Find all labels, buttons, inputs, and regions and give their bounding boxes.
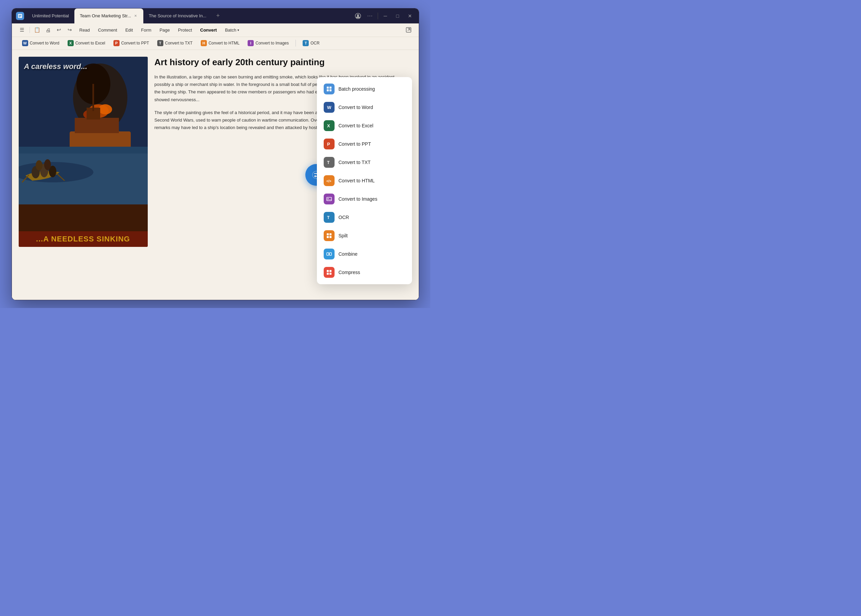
ppt-icon: P: [113, 40, 119, 46]
menu-protect[interactable]: Protect: [174, 26, 195, 34]
convert-to-word-toolbar-btn[interactable]: W Convert to Word: [19, 39, 63, 47]
dropdown-images-icon: [324, 193, 335, 204]
convert-to-excel-toolbar-btn[interactable]: X Convert to Excel: [64, 39, 109, 47]
dropdown-batch-label: Batch processing: [339, 86, 375, 92]
dropdown-combine-label: Combine: [339, 251, 358, 257]
poster-bottom-text: ...A NEEDLESS SINKING: [24, 235, 142, 244]
dropdown-images-label: Convert to Images: [339, 196, 377, 202]
svg-rect-43: [330, 236, 332, 238]
svg-text:T: T: [327, 215, 330, 220]
svg-rect-31: [330, 89, 332, 91]
svg-rect-48: [327, 273, 329, 275]
dropdown-batch-processing[interactable]: Batch processing: [317, 80, 412, 98]
ocr-icon: T: [303, 40, 309, 46]
dropdown-txt-label: Convert to TXT: [339, 160, 371, 165]
menu-read[interactable]: Read: [76, 26, 93, 34]
menu-comment[interactable]: Comment: [95, 26, 121, 34]
menu-edit[interactable]: Edit: [122, 26, 136, 34]
html-icon: H: [201, 40, 207, 46]
svg-rect-46: [327, 270, 329, 272]
dropdown-compress-label: Compress: [339, 270, 360, 275]
convert-to-images-toolbar-btn[interactable]: I Convert to Images: [244, 39, 292, 47]
svg-rect-42: [327, 236, 329, 238]
svg-rect-28: [327, 86, 329, 89]
dropdown-excel-label: Convert to Excel: [339, 123, 374, 128]
menu-divider-1: [30, 27, 30, 33]
maximize-button[interactable]: □: [393, 11, 402, 21]
tab-close-button[interactable]: ✕: [133, 14, 138, 18]
close-button[interactable]: ✕: [405, 11, 415, 21]
divider: [378, 13, 378, 19]
svg-rect-3: [19, 17, 20, 17]
dropdown-combine[interactable]: Combine: [317, 245, 412, 263]
tab-unlimited[interactable]: Unlimited Potential: [27, 8, 74, 24]
dropdown-convert-word[interactable]: W Convert to Word: [317, 98, 412, 116]
dropdown-convert-excel[interactable]: X Convert to Excel: [317, 116, 412, 135]
dropdown-menu: Batch processing W Convert to Word X Con…: [317, 77, 412, 284]
svg-point-5: [357, 14, 359, 16]
window-controls: ··· ─ □ ✕: [353, 11, 415, 21]
menu-convert[interactable]: Convert: [196, 26, 220, 34]
dropdown-html-label: Convert to HTML: [339, 178, 375, 183]
convert-to-ppt-toolbar-btn[interactable]: P Convert to PPT: [110, 39, 152, 47]
word-icon: W: [22, 40, 28, 46]
svg-rect-2: [19, 16, 21, 16]
tab-teamone[interactable]: Team One Marketing Str... ✕: [74, 8, 143, 24]
more-options-button[interactable]: ···: [366, 11, 375, 21]
svg-rect-1: [19, 15, 21, 16]
txt-icon: T: [157, 40, 163, 46]
convert-to-txt-toolbar-btn[interactable]: T Convert to TXT: [154, 39, 196, 47]
profile-button[interactable]: [353, 11, 363, 21]
hamburger-icon[interactable]: ☰: [17, 25, 27, 35]
dropdown-convert-images[interactable]: Convert to Images: [317, 190, 412, 208]
print-icon[interactable]: 🖨: [44, 25, 53, 35]
dropdown-txt-icon: T: [324, 157, 335, 168]
dropdown-split-label: Spilt: [339, 233, 348, 238]
excel-icon: X: [68, 40, 74, 46]
app-window: Unlimited Potential Team One Marketing S…: [11, 8, 419, 300]
tab-bar: Unlimited Potential Team One Marketing S…: [27, 8, 353, 24]
dropdown-compress-icon: [324, 267, 335, 278]
tab-source[interactable]: The Source of Innovative In...: [143, 8, 212, 24]
dropdown-convert-ppt[interactable]: P Convert to PPT: [317, 135, 412, 153]
dropdown-combine-icon: [324, 248, 335, 259]
poster-bottom-section: ...A NEEDLESS SINKING: [24, 231, 142, 242]
menu-page[interactable]: Page: [156, 26, 173, 34]
dropdown-ocr-icon: T: [324, 212, 335, 223]
svg-rect-47: [330, 270, 332, 272]
menu-batch[interactable]: Batch ▾: [222, 26, 242, 34]
dropdown-word-label: Convert to Word: [339, 105, 373, 110]
content-area: A careless word... ...A NEEDLESS SINKING…: [12, 50, 419, 300]
app-icon: [16, 12, 24, 20]
dropdown-convert-html[interactable]: </> Convert to HTML: [317, 171, 412, 190]
menu-form[interactable]: Form: [138, 26, 154, 34]
convert-toolbar: W Convert to Word X Convert to Excel P C…: [12, 37, 419, 50]
dropdown-ppt-icon: P: [324, 138, 335, 149]
file-icon[interactable]: 📋: [33, 25, 42, 35]
undo-icon[interactable]: ↩: [54, 25, 64, 35]
batch-processing-icon: [324, 83, 335, 94]
svg-text:W: W: [327, 105, 332, 110]
svg-rect-29: [330, 86, 332, 89]
svg-rect-40: [327, 233, 329, 235]
redo-icon[interactable]: ↪: [65, 25, 75, 35]
svg-rect-41: [330, 233, 332, 235]
svg-rect-30: [327, 89, 329, 91]
dropdown-ocr[interactable]: T OCR: [317, 208, 412, 226]
document-poster-image: A careless word... ...A NEEDLESS SINKING: [19, 57, 148, 247]
svg-text:P: P: [327, 141, 330, 147]
dropdown-split[interactable]: Spilt: [317, 226, 412, 245]
convert-to-html-toolbar-btn[interactable]: H Convert to HTML: [197, 39, 243, 47]
dropdown-ppt-label: Convert to PPT: [339, 141, 371, 147]
dropdown-split-icon: [324, 230, 335, 241]
menu-bar: ☰ 📋 🖨 ↩ ↪ Read Comment Edit Form Page Pr…: [12, 24, 419, 37]
ocr-toolbar-btn[interactable]: T OCR: [299, 39, 323, 47]
dropdown-compress[interactable]: Compress: [317, 263, 412, 281]
dropdown-convert-txt[interactable]: T Convert to TXT: [317, 153, 412, 171]
external-link-icon[interactable]: [404, 25, 413, 35]
dropdown-html-icon: </>: [324, 175, 335, 186]
new-tab-button[interactable]: +: [213, 11, 223, 21]
minimize-button[interactable]: ─: [381, 11, 390, 21]
svg-rect-49: [330, 273, 332, 275]
svg-text:X: X: [327, 123, 330, 128]
